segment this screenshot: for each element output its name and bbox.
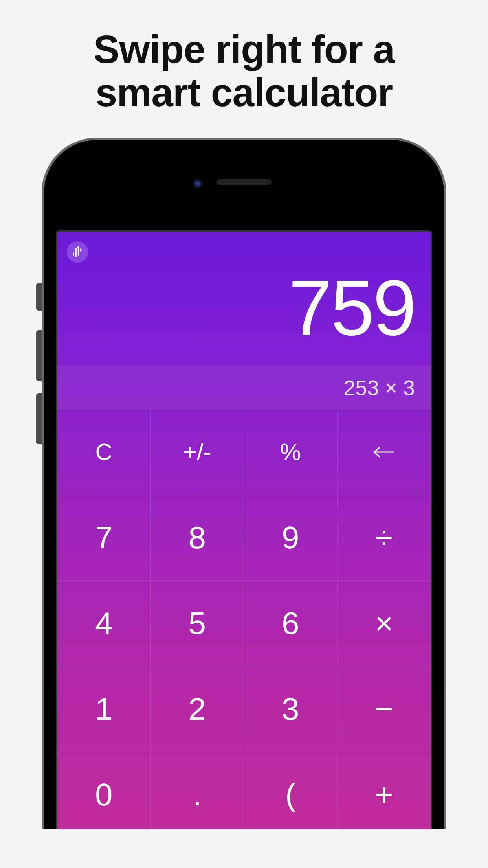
history-bar[interactable]: 253 × 3	[57, 366, 431, 409]
digit-8-key[interactable]: 8	[151, 495, 244, 580]
marketing-headline: Swipe right for a smart calculator	[0, 0, 488, 114]
digit-3-key[interactable]: 3	[244, 666, 338, 752]
digit-7-key[interactable]: 7	[57, 495, 151, 580]
calculator-screen: 759 253 × 3 C +/- % 7 8 9 ÷	[56, 230, 432, 829]
decimal-key[interactable]: .	[151, 752, 244, 829]
phone-speaker	[216, 179, 272, 185]
phone-frame-body: 759 253 × 3 C +/- % 7 8 9 ÷	[44, 140, 444, 829]
phone-mockup: 759 253 × 3 C +/- % 7 8 9 ÷	[42, 138, 446, 829]
headline-line1: Swipe right for a	[94, 27, 394, 71]
clear-key[interactable]: C	[57, 409, 151, 495]
divide-key[interactable]: ÷	[338, 495, 431, 580]
left-paren-key[interactable]: (	[244, 752, 338, 829]
digit-0-key[interactable]: 0	[57, 752, 151, 829]
sign-key[interactable]: +/-	[151, 409, 244, 495]
headline-line2: smart calculator	[95, 70, 393, 114]
phone-volume-up	[36, 330, 42, 381]
digit-5-key[interactable]: 5	[151, 580, 244, 666]
phone-volume-down	[36, 393, 42, 444]
phone-frame-outer: 759 253 × 3 C +/- % 7 8 9 ÷	[42, 138, 446, 829]
calculator-result: 759	[288, 263, 415, 353]
subtract-key[interactable]: −	[338, 666, 431, 752]
history-expression: 253 × 3	[343, 375, 415, 400]
app-logo-button[interactable]	[67, 241, 88, 263]
digit-6-key[interactable]: 6	[244, 580, 338, 666]
calculator-keypad: C +/- % 7 8 9 ÷ 4 5 6 ×	[57, 409, 431, 829]
multiply-key[interactable]: ×	[338, 580, 431, 666]
add-key[interactable]: +	[338, 752, 431, 829]
backspace-icon	[373, 446, 394, 458]
digit-1-key[interactable]: 1	[57, 666, 151, 752]
backspace-key[interactable]	[338, 409, 431, 495]
phone-camera	[193, 179, 202, 188]
phone-mute-switch	[36, 283, 42, 311]
digit-9-key[interactable]: 9	[244, 495, 338, 580]
waveform-icon	[72, 246, 83, 258]
digit-4-key[interactable]: 4	[57, 580, 151, 666]
percent-key[interactable]: %	[244, 409, 338, 495]
digit-2-key[interactable]: 2	[151, 666, 244, 752]
